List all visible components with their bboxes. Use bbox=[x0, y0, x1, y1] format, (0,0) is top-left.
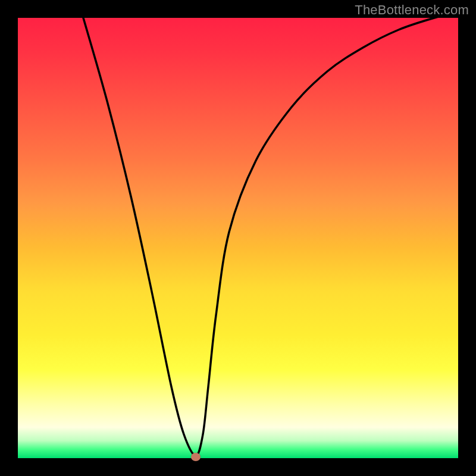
chart-container: TheBottleneck.com bbox=[0, 0, 476, 476]
optimal-marker bbox=[191, 453, 201, 461]
bottleneck-curve bbox=[0, 0, 476, 476]
watermark-text: TheBottleneck.com bbox=[355, 2, 469, 18]
